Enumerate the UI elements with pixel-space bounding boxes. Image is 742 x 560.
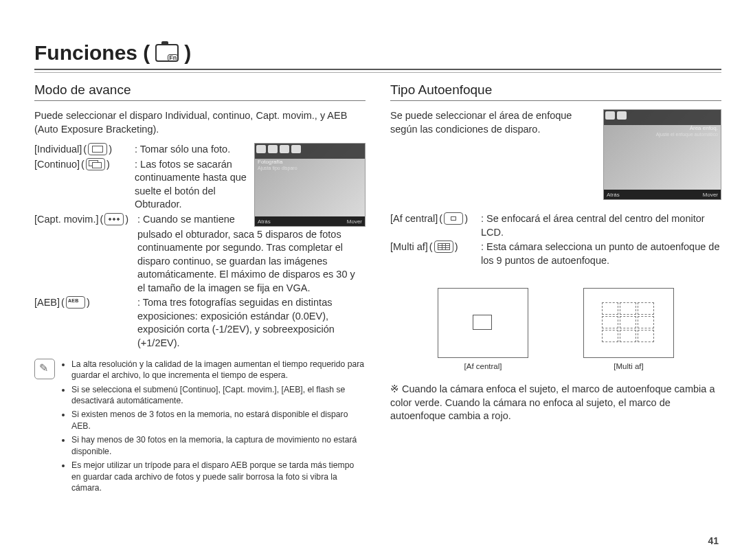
left-heading-rule bbox=[34, 100, 366, 101]
lcd-subline: Ajusta tipo disparo bbox=[258, 166, 297, 170]
page-number: 41 bbox=[708, 535, 719, 546]
desc: Las fotos se sacarán continuamente hasta… bbox=[135, 159, 247, 210]
note-item: Si existen menos de 3 fotos en la memori… bbox=[71, 409, 366, 432]
lcd-preview-drive: Fotografía Ajusta tipo disparo Atrás Mov… bbox=[254, 143, 366, 227]
drive-item-movim-rest: pulsado el obturador, saca 5 disparos de… bbox=[34, 228, 366, 295]
desc: Tomar sólo una foto. bbox=[135, 144, 230, 155]
label: [Capt. movim.] bbox=[34, 214, 98, 225]
af-center-icon bbox=[444, 212, 463, 225]
right-heading: Tipo Autoenfoque bbox=[390, 82, 721, 98]
label: [AEB] bbox=[34, 297, 60, 308]
desc: Toma tres fotografías seguidas en distin… bbox=[137, 297, 335, 348]
af-multi-caption: [Multi af] bbox=[583, 362, 674, 370]
note-pencil-icon bbox=[34, 359, 55, 379]
title-prefix: Funciones ( bbox=[34, 41, 150, 65]
left-intro: Puede seleccionar el disparo Individual,… bbox=[34, 109, 366, 136]
aeb-icon bbox=[66, 296, 85, 309]
camera-fn-icon bbox=[155, 44, 179, 62]
desc: Se enfocará el área central del centro d… bbox=[481, 213, 705, 238]
asterisk-note: ※ Cuando la cámara enfoca el sujeto, el … bbox=[390, 383, 721, 423]
note-item: Es mejor utilizar un trípode para el dis… bbox=[71, 460, 366, 493]
note-item: Si hay menos de 30 fotos en la memoria, … bbox=[71, 434, 366, 457]
label: [Af central] bbox=[390, 213, 438, 224]
af-central-caption: [Af central] bbox=[438, 362, 528, 370]
right-heading-rule bbox=[390, 100, 721, 101]
label: [Multi af] bbox=[390, 241, 428, 252]
lcd-move: Mover bbox=[703, 192, 718, 198]
continuous-icon bbox=[86, 158, 105, 170]
lcd-topline: Fotografía bbox=[258, 159, 282, 165]
lcd-back: Atrás bbox=[258, 219, 271, 225]
drive-item-individual: [Individual] () Tomar sólo una foto. bbox=[34, 143, 247, 157]
note-item: Si se selecciona el submenú [Continuo], … bbox=[71, 384, 366, 407]
desc-rest: pulsado el obturador, saca 5 disparos de… bbox=[137, 228, 366, 295]
af-multi-figure: [Multi af] bbox=[583, 288, 674, 370]
drive-item-aeb: [AEB] () Toma tres fotografías seguidas … bbox=[34, 296, 366, 350]
desc: Esta cámara selecciona un punto de autoe… bbox=[481, 241, 719, 266]
title-suffix: ) bbox=[184, 41, 191, 65]
lcd-back: Atrás bbox=[607, 192, 620, 198]
lcd-preview-af: Área enfoq. Ajuste el enfoque automático… bbox=[603, 109, 721, 200]
drive-item-continuo: [Continuo] () Las fotos se sacarán conti… bbox=[34, 158, 247, 212]
label: [Continuo] bbox=[34, 159, 80, 170]
lcd-topline: Área enfoq. bbox=[690, 125, 718, 131]
left-heading: Modo de avance bbox=[34, 82, 366, 98]
motion-capture-icon bbox=[104, 213, 124, 225]
single-shot-icon bbox=[88, 143, 107, 155]
note-item: La alta resolución y la calidad de la im… bbox=[71, 359, 366, 381]
label: [Individual] bbox=[34, 144, 82, 155]
af-central-figure: [Af central] bbox=[438, 288, 528, 370]
lcd-move: Mover bbox=[347, 219, 362, 225]
notes-block: La alta resolución y la calidad de la im… bbox=[34, 359, 366, 497]
af-item-multi: [Multi af] () Esta cámara selecciona un … bbox=[390, 240, 721, 267]
drive-item-movim: [Capt. movim.] () Cuando se mantiene bbox=[34, 213, 247, 227]
right-column: Tipo Autoenfoque Se puede seleccionar el… bbox=[390, 82, 721, 497]
lcd-subline: Ajuste el enfoque automático bbox=[656, 132, 718, 137]
right-intro: Se puede seleccionar el área de enfoque … bbox=[390, 109, 595, 136]
af-multi-icon bbox=[434, 240, 453, 253]
left-column: Modo de avance Puede seleccionar el disp… bbox=[34, 82, 366, 497]
af-item-central: [Af central] () Se enfocará el área cent… bbox=[390, 212, 721, 239]
desc-short: Cuando se mantiene bbox=[137, 214, 235, 225]
page-title: Funciones ( ) bbox=[34, 41, 191, 65]
title-rule-thin bbox=[34, 72, 721, 73]
title-rule bbox=[34, 69, 721, 70]
